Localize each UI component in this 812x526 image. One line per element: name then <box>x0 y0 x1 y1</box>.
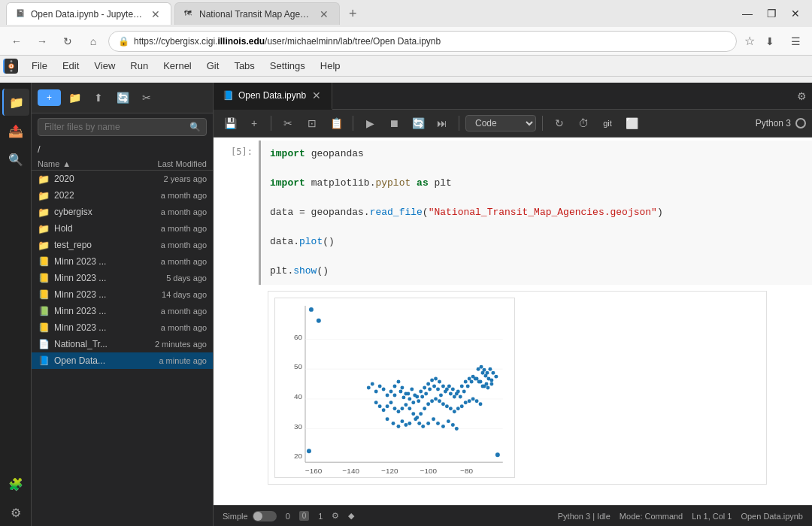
dot <box>464 379 468 383</box>
list-item-selected[interactable]: 📘 Open Data... a minute ago <box>32 352 213 369</box>
cut-button[interactable]: ✂ <box>136 87 157 108</box>
address-bar[interactable]: 🔒 https://cybergisx.cigi.illinois.edu/us… <box>108 31 737 52</box>
search-icon: 🔍 <box>189 122 201 132</box>
menu-kernel[interactable]: Kernel <box>156 59 199 73</box>
search-input[interactable] <box>38 118 207 136</box>
dot <box>447 384 451 388</box>
code-var2: data. <box>270 236 299 247</box>
sidebar-icon-extensions[interactable]: 🧩 <box>2 470 29 497</box>
notebook-icon: 📗 <box>38 305 50 317</box>
keyword-import: import <box>270 148 305 159</box>
sidebar-icon-settings[interactable]: ⚙ <box>2 499 29 526</box>
list-item[interactable]: 📒 Minn 2023 ... 14 days ago <box>32 286 213 303</box>
menu-view[interactable]: View <box>86 59 123 73</box>
toggle-background[interactable] <box>253 511 277 521</box>
tab-jupyterlab[interactable]: 📓 Open Data.ipynb - JupyterLab ✕ <box>6 2 171 25</box>
column-name-header[interactable]: Name ▲ <box>38 159 124 168</box>
forward-button[interactable]: → <box>32 31 53 52</box>
code-alias: plt <box>435 177 452 189</box>
notebook-tab-open-data[interactable]: 📘 Open Data.ipynb ✕ <box>214 83 332 110</box>
download-button[interactable]: ⬇ <box>759 31 780 52</box>
paste-cell-button[interactable]: 📋 <box>326 113 347 134</box>
list-item[interactable]: 📁 2022 a month ago <box>32 187 213 204</box>
menu-button[interactable]: ☰ <box>785 31 806 52</box>
bookmark-button[interactable]: ☆ <box>744 34 755 48</box>
menu-edit[interactable]: Edit <box>55 59 86 73</box>
sidebar-icon-upload[interactable]: 📤 <box>2 117 29 144</box>
refresh-button[interactable]: 🔄 <box>112 87 133 108</box>
code-line-3: data = geopandas.read_file("National_Tra… <box>270 205 803 220</box>
dot <box>413 393 417 397</box>
tab-close-2[interactable]: ✕ <box>318 7 330 22</box>
list-item[interactable]: 📁 2020 2 years ago <box>32 171 213 187</box>
dot <box>400 407 404 410</box>
upload-button[interactable]: ⬆ <box>88 87 109 108</box>
restart-run-button[interactable]: ⏭ <box>432 113 453 134</box>
list-item[interactable]: 📁 test_repo a month ago <box>32 237 213 253</box>
dot <box>474 376 477 380</box>
git-button[interactable]: git <box>597 113 618 134</box>
stop-button[interactable]: ⏹ <box>383 113 404 134</box>
new-tab-button[interactable]: + <box>343 3 363 25</box>
list-item[interactable]: 📒 Minn 2023 ... a month ago <box>32 253 213 270</box>
back-button[interactable]: ← <box>6 31 27 52</box>
run-cell-button[interactable]: ▶ <box>359 113 380 134</box>
zero-indicator: 0 <box>286 512 290 521</box>
cell-body[interactable]: import geopandas import matplotlib.pyplo… <box>259 141 812 285</box>
notebook-content[interactable]: [5]: import geopandas import matplotlib.… <box>214 138 812 505</box>
list-item[interactable]: 📒 Minn 2023 ... 5 days ago <box>32 270 213 286</box>
restore-button[interactable]: ❐ <box>761 3 782 24</box>
list-item[interactable]: 📄 National_Tr... 2 minutes ago <box>32 336 213 352</box>
status-right: Python 3 | Idle Mode: Command Ln 1, Col … <box>558 512 803 521</box>
cut-cell-button[interactable]: ✂ <box>277 113 298 134</box>
dot <box>419 389 423 393</box>
tab-transit[interactable]: 🗺 National Transit Map Agencies... ✕ <box>174 2 340 25</box>
list-item[interactable]: 📒 Minn 2023 ... a month ago <box>32 319 213 336</box>
reload-button[interactable]: ↻ <box>57 31 78 52</box>
dot <box>456 407 460 410</box>
dot <box>386 404 389 408</box>
file-modified: a month ago <box>124 307 207 316</box>
new-file-button[interactable]: + <box>38 89 61 106</box>
refresh-kernel-button[interactable]: ↻ <box>549 113 570 134</box>
save-button[interactable]: 💾 <box>220 113 241 134</box>
dot <box>486 376 490 380</box>
list-item[interactable]: 📁 cybergisx a month ago <box>32 204 213 220</box>
dot <box>404 423 408 427</box>
settings-button[interactable]: ⚙ <box>791 86 812 107</box>
code-cell[interactable]: [5]: import geopandas import matplotlib.… <box>214 141 812 285</box>
dot <box>386 417 389 421</box>
dot <box>414 417 417 421</box>
menu-help[interactable]: Help <box>313 59 348 73</box>
list-item[interactable]: 📗 Minn 2023 ... a month ago <box>32 303 213 319</box>
list-item[interactable]: 📁 Hold a month ago <box>32 220 213 237</box>
screen-button[interactable]: ⬜ <box>621 113 642 134</box>
sidebar-icon-files[interactable]: 📁 <box>2 89 29 116</box>
dot <box>401 395 405 399</box>
tab-close-1[interactable]: ✕ <box>150 7 162 22</box>
minimize-button[interactable]: — <box>737 3 758 24</box>
y-axis-60: 60 <box>294 332 303 340</box>
menu-tabs[interactable]: Tabs <box>226 59 262 73</box>
simple-mode-toggle[interactable]: Simple <box>223 511 277 521</box>
dot <box>392 422 395 425</box>
menu-settings[interactable]: Settings <box>262 59 313 73</box>
dot <box>459 394 462 398</box>
toolbar-separator-1 <box>271 116 271 131</box>
notebook-icon: 📒 <box>38 255 50 268</box>
file-name: test_repo <box>54 240 124 250</box>
add-cell-button[interactable]: + <box>244 113 265 134</box>
menu-run[interactable]: Run <box>123 59 156 73</box>
cell-type-select[interactable]: Code Markdown Raw <box>465 115 536 132</box>
sidebar-icon-search[interactable]: 🔍 <box>2 146 29 173</box>
time-button[interactable]: ⏱ <box>573 113 594 134</box>
home-button[interactable]: ⌂ <box>83 31 104 52</box>
new-folder-button[interactable]: 📁 <box>64 87 85 108</box>
menu-file[interactable]: File <box>24 59 55 73</box>
copy-cell-button[interactable]: ⊡ <box>301 113 323 134</box>
menu-git[interactable]: Git <box>199 59 227 73</box>
restart-button[interactable]: 🔄 <box>408 113 429 134</box>
close-button[interactable]: ✕ <box>785 3 806 24</box>
code-line-4: data.plot() <box>270 234 803 249</box>
notebook-tab-close[interactable]: ✕ <box>311 88 323 103</box>
